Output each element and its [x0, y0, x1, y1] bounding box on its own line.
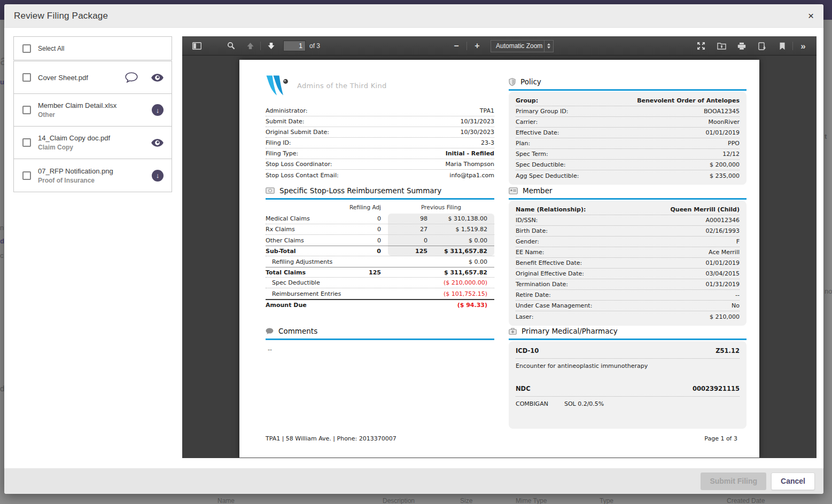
summary-column-headers: Refiling Adj Previous Filing: [266, 201, 494, 214]
field-label: Filing Type:: [266, 150, 298, 157]
footer-contact: TPA1 | 58 William Ave. | Phone: 20133700…: [266, 435, 396, 442]
pdf-page-footer: TPA1 | 58 William Ave. | Phone: 20133700…: [266, 435, 737, 442]
download-document-icon[interactable]: [754, 39, 770, 53]
background-fragment: no: [825, 287, 832, 295]
field-label: Agg Spec Deductible:: [516, 172, 579, 179]
field-label: Under Case Management:: [516, 302, 592, 309]
background-column-created-date: Created Date: [727, 497, 765, 504]
page-number-input[interactable]: [283, 41, 306, 51]
zoom-in-icon[interactable]: +: [469, 39, 485, 53]
file-category: Proof of Insurance: [38, 177, 152, 184]
file-name: Cover Sheet.pdf: [38, 74, 125, 82]
zoom-select[interactable]: Automatic Zoom: [491, 40, 554, 52]
background-column-size: Size: [460, 497, 472, 504]
previous-page-icon[interactable]: [242, 39, 258, 53]
summary-row: Spec Deductible ($ 210,000.00): [266, 278, 494, 288]
column-previous-filing: Previous Filing: [388, 201, 494, 214]
field-label: Laser:: [516, 313, 533, 320]
field-value: 10/30/2023: [461, 129, 494, 136]
background-column-type: Type: [600, 497, 613, 504]
field-label: Gender:: [516, 238, 539, 245]
review-filing-package-dialog: Review Filing Package × Select All Cover…: [4, 4, 823, 494]
id-card-icon: [509, 187, 518, 194]
more-tools-icon[interactable]: »: [795, 39, 811, 53]
background-column-description: Description: [383, 497, 415, 504]
field-value: 01/01/2019: [706, 129, 740, 136]
shield-icon: [509, 78, 516, 86]
sidebar-toggle-icon[interactable]: [189, 39, 205, 53]
icd10-label: ICD-10: [516, 347, 539, 355]
field-label: Spec Deductible:: [516, 161, 565, 168]
pdf-page-1: Admins of the Third Kind Administrator:T…: [239, 60, 759, 458]
field-label: Stop Loss Contact Email:: [266, 172, 339, 179]
logo-swoosh-icon: [266, 75, 290, 96]
file-row-claim-copy[interactable]: 14_Claim Copy doc.pdf Claim Copy: [14, 127, 172, 159]
summary-row-amount-due: Amount Due ($ 94.33): [266, 299, 494, 310]
file-category: Other: [38, 111, 152, 119]
file-checkbox[interactable]: [22, 73, 31, 82]
download-icon[interactable]: ↓: [152, 170, 164, 182]
field-label: Effective Date:: [516, 129, 559, 136]
company-logo: Admins of the Third Kind: [266, 75, 387, 96]
file-row-member-claim-detail[interactable]: Member Claim Detail.xlsx Other ↓: [14, 94, 172, 127]
file-row-cover-sheet[interactable]: Cover Sheet.pdf: [14, 61, 172, 94]
summary-row: Other Claims0 0$ 0.00: [266, 235, 494, 246]
file-list: Cover Sheet.pdf Member Claim Detail.xlsx…: [13, 61, 172, 192]
comment-icon[interactable]: [125, 72, 138, 83]
pdf-viewer: of 3 − + Automatic Zoom: [182, 36, 817, 458]
policy-section: Policy Group:Benevolent Order of Antelop…: [509, 77, 747, 185]
field-value: Initial - Refiled: [446, 150, 494, 157]
icd10-description: Encounter for antineoplastic immunothera…: [516, 363, 740, 369]
background-fragment: c: [0, 251, 4, 259]
zoom-out-icon[interactable]: −: [448, 39, 464, 53]
file-checkbox[interactable]: [22, 138, 31, 147]
download-icon[interactable]: ↓: [152, 104, 164, 116]
presentation-mode-icon[interactable]: [693, 39, 709, 53]
field-value: 03/04/2015: [706, 270, 740, 277]
close-icon[interactable]: ×: [808, 11, 814, 21]
section-title: Comments: [278, 327, 317, 335]
submit-filing-button[interactable]: Submit Filing: [701, 472, 766, 490]
pdf-canvas-area[interactable]: Admins of the Third Kind Administrator:T…: [182, 56, 817, 458]
file-row-rfp-notification[interactable]: 07_RFP Notification.png Proof of Insuran…: [14, 159, 172, 192]
member-section: Member Name (Relationship):Queen Merrill…: [509, 186, 747, 326]
dialog-footer: Submit Filing Cancel: [4, 468, 823, 494]
zoom-select-arrows-icon: [544, 41, 553, 52]
select-all-row[interactable]: Select All: [13, 36, 172, 60]
background-column-name: Name: [217, 497, 235, 504]
field-value: 23-3: [481, 139, 494, 146]
field-label: Birth Date:: [516, 227, 548, 234]
field-value: PPO: [728, 140, 740, 147]
bookmark-icon[interactable]: [774, 39, 790, 53]
preview-eye-icon[interactable]: [151, 74, 164, 82]
search-icon[interactable]: [223, 39, 239, 53]
money-icon: [266, 187, 275, 194]
file-name: Member Claim Detail.xlsx: [38, 101, 152, 109]
icd10-code: Z51.12: [716, 347, 740, 355]
summary-row-subtotal: Sub-Total0 125$ 311,657.82: [266, 246, 494, 256]
select-all-label: Select All: [38, 45, 64, 52]
pdf-toolbar: of 3 − + Automatic Zoom: [182, 36, 817, 56]
open-file-icon[interactable]: [713, 39, 729, 53]
footer-page-number: Page 1 of 3: [704, 435, 737, 442]
select-all-checkbox[interactable]: [22, 44, 31, 53]
summary-row: Medical Claims0 98$ 310,138.00: [266, 214, 494, 224]
comments-section: Comments --: [266, 327, 494, 353]
field-label: EE Name:: [516, 249, 545, 256]
field-value: MoonRiver: [709, 119, 740, 125]
print-icon[interactable]: [734, 39, 750, 53]
preview-eye-icon[interactable]: [151, 139, 164, 147]
field-label: Plan:: [516, 140, 530, 147]
file-checkbox[interactable]: [22, 106, 31, 114]
file-checkbox[interactable]: [22, 171, 31, 180]
field-label: Primary Group ID:: [516, 108, 568, 115]
drug-strength: SOL 0.2/0.5%: [564, 400, 604, 407]
next-page-icon[interactable]: [263, 39, 279, 53]
comments-content: --: [266, 346, 494, 353]
member-panel: Name (Relationship):Queen Merrill (Child…: [509, 201, 747, 326]
policy-panel: Group:Benevolent Order of Antelopes Prim…: [509, 92, 747, 185]
cancel-button[interactable]: Cancel: [771, 472, 815, 490]
field-value: A00012346: [705, 217, 740, 224]
field-value: TPA1: [480, 107, 494, 114]
primary-medical-pharmacy-section: Primary Medical/Pharmacy ICD-10Z51.12 En…: [509, 327, 747, 429]
